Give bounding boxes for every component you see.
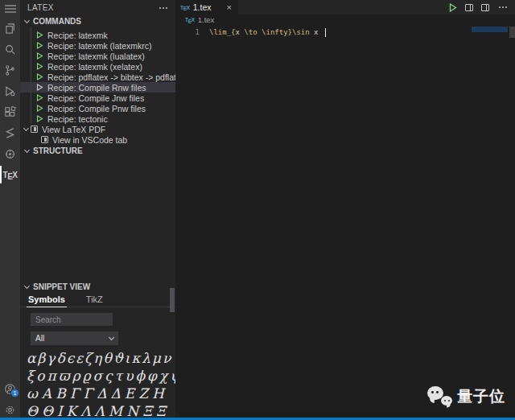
recipe-label: Recipe: latexmk (latexmkrc) [47, 41, 152, 51]
accounts-icon[interactable]: 1 [0, 378, 20, 399]
code-line: 1 \lim_{x \to \infty}\sin x [175, 27, 515, 38]
code-token: \sin [292, 28, 310, 36]
latex-workshop-icon[interactable]: TEX [0, 164, 20, 185]
chevron-down-icon [109, 335, 114, 340]
text-cursor [325, 28, 326, 37]
open-preview-icon [31, 126, 38, 133]
recipe-item[interactable]: Recipe: latexmk (lualatex) [20, 51, 175, 61]
recipe-label: Recipe: Compile Jnw files [47, 93, 144, 103]
recipes-list: Recipe: latexmkRecipe: latexmk (latexmkr… [20, 27, 175, 124]
search-icon[interactable] [0, 39, 20, 60]
snippet-view-panel: SNIPPET VIEW Symbols TikZ All αβγδϵεζηθϑ… [20, 281, 175, 420]
vscode-window: TEX 1 LATEX COMMANDS Recipe: latexmkReci… [0, 0, 515, 420]
symbols-grid: αβγδϵεζηθϑικλμνξοπϖρϱσςτυϕφχψωABΓΓΔΔEZHΘ… [27, 349, 175, 420]
explorer-icon[interactable] [0, 18, 20, 39]
open-preview-icon [41, 136, 48, 143]
source-control-icon[interactable] [0, 60, 20, 80]
symbol-row[interactable]: ωABΓΓΔΔEZH [27, 385, 175, 402]
breadcrumb-item: 1.tex [198, 15, 215, 24]
symbol-row[interactable]: αβγδϵεζηθϑικλμν [27, 349, 175, 367]
chevron-down-icon [24, 282, 30, 288]
menu-icon[interactable] [0, 0, 20, 18]
line-number: 1 [175, 28, 200, 36]
recipe-item[interactable]: Recipe: Compile Pnw files [20, 103, 175, 113]
code-token: \lim_ [209, 28, 231, 36]
close-icon[interactable]: × [225, 2, 233, 13]
recipe-label: Recipe: tectonic [47, 114, 108, 124]
section-snippet-view[interactable]: SNIPPET VIEW [20, 281, 175, 292]
recipe-item[interactable]: Recipe: Compile Jnw files [20, 93, 175, 103]
accounts-badge: 1 [10, 389, 19, 397]
recipe-item[interactable]: Recipe: latexmk [20, 30, 175, 40]
run-recipe-icon [36, 105, 43, 112]
chevron-down-icon [24, 17, 30, 23]
breadcrumb[interactable]: TEX 1.tex [175, 14, 515, 25]
tex-logo: TEX [3, 171, 18, 179]
sidebar-empty-area [20, 156, 175, 281]
tab-1tex[interactable]: TEX 1.tex × [175, 0, 238, 14]
recipe-label: Recipe: Compile Rnw files [47, 83, 146, 93]
run-recipe-icon [36, 42, 43, 49]
sidebar-scrollbar-thumb[interactable] [170, 288, 175, 312]
target-extension-icon[interactable] [0, 143, 20, 164]
code-snippets-extension-icon[interactable] [0, 122, 20, 143]
code-token: x [310, 28, 323, 36]
recipe-label: Recipe: latexmk [47, 31, 108, 40]
activity-bar: TEX 1 [0, 0, 20, 420]
minimap-slider[interactable] [472, 27, 508, 32]
editor-group: TEX 1.tex × TEX 1.tex 1 \lim_{x \to \inf… [175, 0, 515, 420]
latex-sidebar: LATEX COMMANDS Recipe: latexmkRecipe: la… [20, 0, 175, 420]
code-editor[interactable]: 1 \lim_{x \to \infty}\sin x [175, 25, 515, 420]
wechat-icon [427, 386, 452, 407]
symbol-row[interactable]: ξοπϖρϱσςτυϕφχψ [27, 367, 175, 385]
recipe-label: Recipe: latexmk (lualatex) [47, 51, 145, 61]
run-recipe-icon [36, 63, 43, 70]
code-token: x [236, 28, 245, 36]
editor-more-actions-icon[interactable] [497, 4, 509, 10]
run-recipe-icon [36, 115, 43, 122]
code-token: \to [244, 28, 257, 36]
snippet-tabs: Symbols TikZ [20, 292, 175, 307]
tex-file-icon: TEX [180, 5, 190, 10]
view-latex-pdf-item[interactable]: View LaTeX PDF [20, 124, 175, 134]
code-token: \infty [262, 28, 288, 36]
symbol-category-select[interactable]: All [31, 331, 118, 345]
recipe-item[interactable]: Recipe: tectonic [20, 113, 175, 124]
recipe-item[interactable]: Recipe: latexmk (latexmkrc) [20, 40, 175, 51]
editor-tab-bar: TEX 1.tex × [175, 0, 515, 14]
tab-label: 1.tex [193, 2, 212, 12]
tab-tikz[interactable]: TikZ [84, 294, 105, 307]
sidebar-more-actions-icon[interactable] [158, 5, 169, 11]
recipe-label: Recipe: Compile Pnw files [47, 104, 146, 113]
section-commands[interactable]: COMMANDS [20, 15, 175, 27]
run-recipe-icon [36, 31, 43, 39]
tab-symbols[interactable]: Symbols [27, 294, 67, 307]
section-structure[interactable]: STRUCTURE [20, 145, 175, 156]
recipe-item[interactable]: Recipe: pdflatex -> bibtex -> pdflat... [20, 72, 175, 82]
editor-actions [443, 0, 515, 14]
sidebar-title-row: LATEX [20, 0, 175, 15]
chevron-down-icon [23, 126, 29, 131]
tex-file-icon: TEX [185, 17, 195, 23]
extensions-icon[interactable] [0, 101, 20, 122]
open-pdf-preview-icon[interactable] [465, 4, 473, 11]
split-editor-icon[interactable] [481, 4, 489, 11]
recipe-item[interactable]: Recipe: latexmk (xelatex) [20, 61, 175, 72]
recipe-label: Recipe: latexmk (xelatex) [47, 62, 142, 72]
code-text: \lim_{x \to \infty}\sin x [209, 28, 323, 36]
editor-scrollbar-thumb[interactable] [509, 27, 515, 38]
symbol-search-input[interactable] [31, 313, 113, 326]
recipe-label: Recipe: pdflatex -> bibtex -> pdflat... [47, 72, 175, 82]
sidebar-title: LATEX [27, 3, 54, 12]
view-in-vscode-tab-item[interactable]: View in VSCode tab [20, 134, 175, 145]
recipe-item[interactable]: Recipe: Compile Rnw files [20, 82, 175, 93]
build-latex-icon[interactable] [449, 3, 457, 12]
run-recipe-icon [36, 52, 43, 60]
watermark-text: 量子位 [457, 386, 505, 407]
chevron-down-icon [24, 146, 30, 152]
run-recipe-icon [36, 73, 43, 80]
run-and-debug-icon[interactable] [0, 80, 20, 101]
watermark: 量子位 [427, 386, 505, 407]
run-recipe-icon [36, 94, 43, 101]
run-recipe-icon [36, 84, 43, 91]
